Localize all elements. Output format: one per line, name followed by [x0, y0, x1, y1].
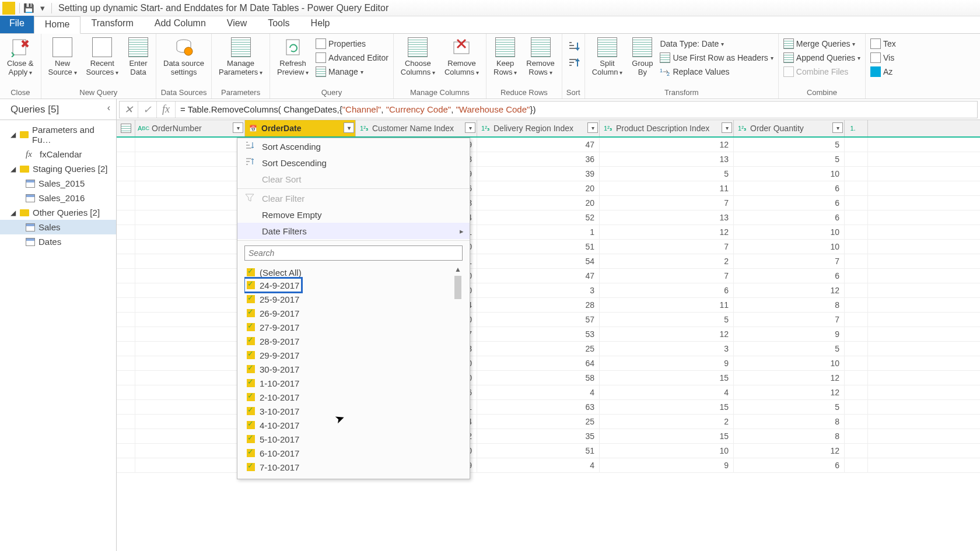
clear-filter-icon — [244, 192, 255, 203]
new-source-button[interactable]: New Source — [45, 35, 80, 78]
filter-value-item[interactable]: 25-9-2017 — [244, 292, 463, 306]
filter-value-item[interactable]: 1-10-2017 — [244, 376, 463, 390]
remove-rows-button[interactable]: Remove Rows — [523, 35, 558, 78]
tab-help[interactable]: Help — [300, 16, 341, 33]
grid-header: ABCOrderNumber▾ 📅OrderDate▾ 1²₃Customer … — [117, 120, 980, 138]
col-extra[interactable]: 1. — [845, 120, 868, 136]
fx-icon[interactable]: fx — [157, 101, 176, 118]
row-index-header[interactable] — [117, 120, 135, 136]
tab-add-column[interactable]: Add Column — [144, 16, 216, 33]
data-type-button[interactable]: Data Type: Date — [659, 37, 774, 50]
clear-filter-item: Clear Filter — [237, 190, 470, 206]
properties-button[interactable]: Properties — [314, 37, 390, 50]
azure-ml-button[interactable]: Az — [869, 65, 897, 78]
formula-bar[interactable]: ✕ ✓ fx = Table.RemoveColumns( ChangeDate… — [119, 101, 978, 118]
data-source-settings-button[interactable]: Data source settings — [160, 35, 208, 78]
filter-value-item[interactable]: 26-9-2017 — [244, 306, 463, 320]
sort-desc-button[interactable] — [566, 57, 581, 70]
type-date-icon: 📅 — [247, 123, 259, 134]
filter-dropdown-icon[interactable]: ▾ — [722, 122, 732, 133]
choose-columns-button[interactable]: Choose Columns — [397, 35, 439, 78]
col-delivery-index[interactable]: 1²₃Delivery Region Index▾ — [477, 120, 600, 136]
sidebar-item[interactable]: fxfxCalendar — [0, 147, 116, 162]
formula-text[interactable]: = Table.RemoveColumns( ChangeDates,{"Cha… — [176, 103, 540, 115]
recent-sources-button[interactable]: Recent Sources — [83, 35, 122, 78]
sort-desc-item[interactable]: Sort Descending — [237, 155, 470, 171]
append-queries-button[interactable]: Append Queries — [782, 51, 862, 64]
filter-value-item[interactable]: 3-10-2017 — [244, 404, 463, 418]
filter-panel: Sort Ascending Sort Descending Clear Sor… — [237, 138, 470, 479]
sort-asc-item[interactable]: Sort Ascending — [237, 138, 470, 155]
filter-value-item[interactable]: 5-10-2017 — [244, 432, 463, 446]
file-tab[interactable]: File — [0, 16, 34, 33]
filter-search-input[interactable] — [244, 245, 463, 261]
first-row-headers-button[interactable]: Use First Row as Headers — [659, 51, 774, 64]
filter-dropdown-icon[interactable]: ▾ — [587, 122, 598, 133]
filter-value-list[interactable]: ▲ (Select All)24-9-201725-9-201726-9-201… — [244, 265, 463, 474]
col-orderdate[interactable]: 📅OrderDate▾ — [245, 120, 356, 136]
col-order-qty[interactable]: 1²₃Order Quantity▾ — [734, 120, 845, 136]
filter-dropdown-icon[interactable]: ▾ — [465, 122, 475, 133]
replace-values-button[interactable]: 12Replace Values — [659, 65, 774, 78]
sort-asc-button[interactable] — [566, 40, 581, 54]
merge-queries-button[interactable]: Merge Queries — [782, 37, 862, 50]
split-column-button[interactable]: Split Column — [589, 35, 626, 78]
sidebar-group[interactable]: ◢Staging Queries [2] — [0, 162, 116, 176]
tab-tools[interactable]: Tools — [257, 16, 300, 33]
manage-button[interactable]: Manage — [314, 65, 390, 78]
filter-value-item[interactable]: 2-10-2017 — [244, 390, 463, 404]
filter-value-item[interactable]: 28-9-2017 — [244, 334, 463, 348]
filter-value-item[interactable]: 7-10-2017 — [244, 460, 463, 474]
advanced-editor-button[interactable]: Advanced Editor — [314, 51, 390, 64]
commit-formula-icon[interactable]: ✓ — [138, 101, 157, 118]
keep-rows-button[interactable]: Keep Rows — [490, 35, 520, 78]
group-close-label: Close — [4, 87, 37, 99]
remove-empty-item[interactable]: Remove Empty — [237, 206, 470, 223]
remove-columns-button[interactable]: Remove Columns — [441, 35, 482, 78]
queries-pane-header[interactable]: Queries [5] ‹ — [0, 99, 117, 120]
refresh-preview-button[interactable]: Refresh Preview — [274, 35, 312, 78]
group-by-button[interactable]: Group By — [628, 35, 656, 78]
filter-value-item[interactable]: 27-9-2017 — [244, 320, 463, 334]
sidebar-item[interactable]: Sales — [0, 220, 116, 234]
vision-button[interactable]: Vis — [869, 51, 897, 64]
scroll-thumb[interactable] — [454, 276, 461, 299]
collapse-pane-icon[interactable]: ‹ — [107, 103, 110, 113]
type-number-icon: 1²₃ — [480, 123, 491, 134]
sidebar-item[interactable]: Dates — [0, 234, 116, 249]
text-analytics-button[interactable]: Tex — [869, 37, 897, 50]
tab-transform[interactable]: Transform — [80, 16, 144, 33]
qa-dropdown-icon[interactable]: ▾ — [36, 2, 50, 15]
clear-sort-item: Clear Sort — [237, 171, 470, 187]
cancel-formula-icon[interactable]: ✕ — [120, 101, 138, 118]
filter-dropdown-icon[interactable]: ▾ — [832, 122, 843, 133]
filter-value-item[interactable]: 24-9-2017 — [244, 278, 302, 292]
col-product-index[interactable]: 1²₃Product Description Index▾ — [600, 120, 734, 136]
filter-select-all[interactable]: (Select All) — [244, 265, 463, 279]
save-icon[interactable]: 💾 — [22, 2, 36, 15]
enter-data-button[interactable]: Enter Data — [124, 35, 152, 78]
filter-value-item[interactable]: 30-9-2017 — [244, 362, 463, 376]
sidebar-group[interactable]: ◢Other Queries [2] — [0, 205, 116, 220]
col-ordernumber[interactable]: ABCOrderNumber▾ — [135, 120, 245, 136]
filter-value-item[interactable]: 4-10-2017 — [244, 418, 463, 432]
scroll-up-icon[interactable]: ▲ — [453, 265, 463, 273]
filter-dropdown-icon[interactable]: ▾ — [233, 122, 243, 133]
sidebar-item[interactable]: Sales_2015 — [0, 176, 116, 191]
tab-home[interactable]: Home — [34, 16, 81, 34]
manage-parameters-button[interactable]: Manage Parameters — [215, 35, 266, 78]
sidebar-item[interactable]: Sales_2016 — [0, 191, 116, 205]
sidebar-group[interactable]: ◢Parameters and Fu… — [0, 122, 116, 147]
tab-view[interactable]: View — [216, 16, 257, 33]
col-customer-index[interactable]: 1²₃Customer Name Index▾ — [356, 120, 477, 136]
group-newquery-label: New Query — [45, 87, 152, 99]
combine-files-button[interactable]: Combine Files — [782, 65, 862, 78]
close-apply-button[interactable]: Close & Apply — [4, 35, 37, 78]
date-filters-item[interactable]: Date Filters — [237, 223, 470, 239]
filter-value-item[interactable]: 6-10-2017 — [244, 446, 463, 460]
filter-value-item[interactable]: 29-9-2017 — [244, 348, 463, 362]
app-icon — [2, 2, 15, 15]
ribbon-tab-bar: File Home Transform Add Column View Tool… — [0, 16, 980, 34]
queries-pane: ◢Parameters and Fu…fxfxCalendar◢Staging … — [0, 120, 117, 551]
filter-dropdown-icon[interactable]: ▾ — [344, 122, 354, 133]
